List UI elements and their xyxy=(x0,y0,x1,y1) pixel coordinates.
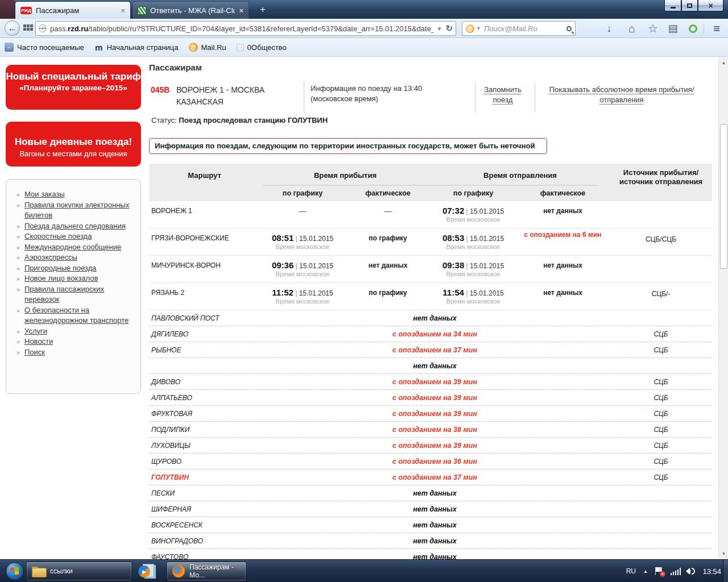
close-button[interactable]: × xyxy=(698,0,723,11)
sidebar-link[interactable]: Поезда дальнего следования xyxy=(24,222,126,230)
source-cell: СЦБ xyxy=(610,390,712,405)
tab-close-icon[interactable]: × xyxy=(239,6,243,15)
sidebar-link-item[interactable]: Поиск xyxy=(24,347,136,358)
sidebar-link-item[interactable]: Пригородные поезда xyxy=(24,263,136,274)
action-center-flag-icon[interactable]: × xyxy=(655,567,663,576)
source-cell: СЦБ xyxy=(610,342,712,357)
tab-rail-club[interactable]: Ответить - МЖА (Rail-Club.... × xyxy=(132,1,249,19)
bookmark-item[interactable]: mНачальная страница xyxy=(94,43,179,52)
sidebar-link-item[interactable]: Правила покупки электронных билетов xyxy=(24,200,136,221)
bookmark-star-icon[interactable]: ☆ xyxy=(644,22,661,35)
hidden-icons-arrow[interactable]: ▲ xyxy=(643,569,648,574)
table-row: РЫБНОЕс опозданием на 37 минСЦБ xyxy=(149,342,712,358)
fact-status: по графику xyxy=(369,228,407,242)
bookmark-item[interactable]: ⌕Часто посещаемые xyxy=(5,43,84,52)
show-desktop-button[interactable] xyxy=(723,560,728,582)
bookmarks-list-icon[interactable]: ▤ xyxy=(664,22,681,35)
sidebar-link[interactable]: О безопасности на железнодорожном трансп… xyxy=(24,306,129,325)
minimize-button[interactable] xyxy=(664,0,681,11)
station-status: с опозданием на 39 мин xyxy=(392,442,477,450)
table-row: АЛПАТЬЕВОс опозданием на 39 минСЦБ xyxy=(149,390,712,406)
menu-icon[interactable]: ≡ xyxy=(708,22,725,35)
station-name: РЯЗАНЬ 2 xyxy=(149,283,260,310)
start-button[interactable] xyxy=(6,562,24,580)
search-engine-icon[interactable]: @ xyxy=(466,24,474,33)
moscow-time-note: Время московское xyxy=(431,216,516,223)
sidebar-link[interactable]: Новости xyxy=(24,337,53,346)
sidebar-link-item[interactable]: Новое лицо вокзалов xyxy=(24,273,136,284)
sidebar-link-item[interactable]: Правила пассажирских перевозок xyxy=(24,284,136,305)
restore-button[interactable] xyxy=(681,0,698,11)
sidebar-link-item[interactable]: Скоростные поезда xyxy=(24,231,136,242)
station-name: ГРЯЗИ-ВОРОНЕЖСКИЕ xyxy=(149,228,260,255)
station-name: ПЕСКИ xyxy=(149,485,260,501)
downloads-icon[interactable]: ↓ xyxy=(601,22,618,35)
taskbar-firefox-button[interactable]: Пассажирам - Мо... xyxy=(167,562,246,581)
mailru-icon: @ xyxy=(189,43,198,52)
header-actual-arr: фактическое xyxy=(345,189,431,197)
scroll-up-icon[interactable]: ▲ xyxy=(719,58,728,67)
sidebar-link[interactable]: Международное сообщение xyxy=(24,243,121,251)
media-player-button[interactable]: ▶ xyxy=(138,564,154,579)
sidebar-link[interactable]: Аэроэкспрессы xyxy=(24,253,77,261)
sidebar-link-item[interactable]: Аэроэкспрессы xyxy=(24,252,136,263)
status-cell: с опозданием на 39 мин xyxy=(260,390,610,405)
scrollbar-thumb[interactable] xyxy=(720,124,727,269)
bookmark-label: Mail.Ru xyxy=(201,43,226,52)
header-scheduled-dep: по графику xyxy=(431,189,516,197)
sidebar-link[interactable]: Скоростные поезда xyxy=(24,232,92,240)
remember-train-link[interactable]: Запомнить поезд xyxy=(477,85,529,105)
volume-icon[interactable] xyxy=(688,568,695,575)
source-cell xyxy=(610,201,712,228)
tab-passengers[interactable]: РЖД Пассажирам × xyxy=(15,1,131,19)
scroll-down-icon[interactable]: ▼ xyxy=(719,549,728,558)
site-identity-globe-icon[interactable] xyxy=(39,24,47,32)
url-dropdown-icon[interactable]: ▼ xyxy=(437,26,442,32)
station-name: ГОЛУТВИН xyxy=(149,469,260,485)
language-indicator[interactable]: RU xyxy=(626,567,636,575)
divider xyxy=(535,82,535,113)
search-engine-dropdown-icon[interactable]: ▼ xyxy=(476,26,481,31)
banner-day-trains[interactable]: Новые дневные поезда! Вагоны с местами д… xyxy=(6,122,141,167)
search-box[interactable]: @ ▼ Поиск@Mail.Ru xyxy=(462,21,576,36)
station-name: ФАУСТОВО xyxy=(149,549,260,559)
sidebar-link-item[interactable]: Услуги xyxy=(24,326,136,337)
source-cell xyxy=(610,485,712,501)
back-button[interactable]: ← xyxy=(5,20,20,36)
page-content: Новый специальный тариф «Планируйте зара… xyxy=(0,57,718,559)
bookmark-item[interactable]: @Mail.Ru xyxy=(189,43,226,52)
addon-ring-icon[interactable] xyxy=(684,22,701,35)
header-source: Источник прибытия/ источник отправления xyxy=(610,168,712,186)
show-absolute-time-link[interactable]: Показывать абсолютное время прибытия/отп… xyxy=(543,85,701,105)
sidebar-link[interactable]: Пригородные поезда xyxy=(24,264,96,272)
sidebar-link-item[interactable]: О безопасности на железнодорожном трансп… xyxy=(24,305,136,326)
banner-special-tariff[interactable]: Новый специальный тариф «Планируйте зара… xyxy=(6,65,141,110)
network-signal-icon[interactable] xyxy=(671,568,681,575)
main-area: Пассажирам 045В ВОРОНЕЖ 1 - МОСКВА КАЗАН… xyxy=(149,57,712,559)
firefox-icon xyxy=(172,565,185,577)
status-cell: нет данных xyxy=(516,256,610,282)
sidebar-link[interactable]: Услуги xyxy=(24,327,47,335)
sidebar-link[interactable]: Правила пассажирских перевозок xyxy=(24,285,104,304)
sidebar-link-item[interactable]: Международное сообщение xyxy=(24,242,136,253)
sidebar-link-item[interactable]: Поезда дальнего следования xyxy=(24,221,136,232)
home-icon[interactable]: ⌂ xyxy=(623,22,640,35)
search-go-icon[interactable] xyxy=(566,26,572,31)
sidebar-link[interactable]: Мои заказы xyxy=(24,190,65,198)
reload-icon[interactable]: ↻ xyxy=(445,23,453,34)
tab-close-icon[interactable]: × xyxy=(121,6,125,15)
sidebar-link[interactable]: Новое лицо вокзалов xyxy=(24,274,98,282)
sidebar-link-item[interactable]: Новости xyxy=(24,336,136,347)
sidebar-link[interactable]: Правила покупки электронных билетов xyxy=(24,201,129,220)
blocks-icon[interactable] xyxy=(23,24,33,32)
sidebar-link[interactable]: Поиск xyxy=(24,348,45,356)
moscow-time-note: Время московское xyxy=(260,271,345,277)
taskbar-folder-button[interactable]: ссылки xyxy=(26,562,132,581)
url-bar[interactable]: pass.rzd.ru/tablo/public/ru?STRUCTURE_ID… xyxy=(35,21,456,36)
source-cell: СЦБ xyxy=(610,374,712,389)
page-scrollbar[interactable]: ▲ ▼ xyxy=(718,57,728,559)
time-cell: 08:51 | 15.01.2015Время московское xyxy=(260,228,345,255)
new-tab-button[interactable]: + xyxy=(255,5,271,15)
bookmark-item[interactable]: 0Общество xyxy=(237,43,287,52)
sidebar-link-item[interactable]: Мои заказы xyxy=(24,189,136,200)
